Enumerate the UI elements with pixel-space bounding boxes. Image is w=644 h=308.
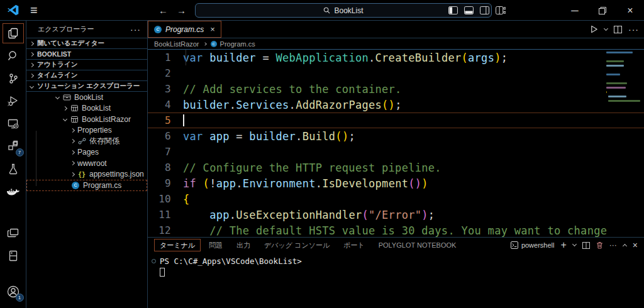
- customize-layout-icon[interactable]: [496, 6, 506, 14]
- accounts-icon[interactable]: 1: [3, 282, 24, 302]
- terminal-view[interactable]: PS C:\C#_Apps\VSCode\BookList>: [148, 253, 644, 308]
- terminal-dropdown-icon[interactable]: [572, 242, 577, 246]
- extensions-icon[interactable]: 7: [3, 136, 24, 157]
- nav-forward-icon[interactable]: →: [177, 5, 186, 16]
- sidebar-more-actions-icon[interactable]: ···: [130, 25, 141, 35]
- line-number[interactable]: 10: [148, 193, 183, 205]
- toggle-primary-sidebar-icon[interactable]: [448, 6, 458, 14]
- line-number[interactable]: 2: [148, 67, 183, 79]
- sidebar-section-2[interactable]: アウトライン: [26, 60, 147, 70]
- run-and-debug-icon[interactable]: [3, 91, 24, 111]
- tree-item-label: appsettings.json: [89, 170, 144, 179]
- minimap[interactable]: [606, 52, 641, 104]
- toggle-panel-icon[interactable]: [464, 6, 474, 14]
- code-line-4[interactable]: 4builder.Services.AddRazorPages();: [148, 97, 644, 113]
- tree-item-properties[interactable]: Properties: [26, 125, 147, 136]
- tree-item-booklist[interactable]: BookList: [26, 103, 147, 114]
- code-line-1[interactable]: 1var builder = WebApplication.CreateBuil…: [148, 50, 644, 65]
- tab-program-cs[interactable]: C Program.cs ×: [148, 21, 221, 38]
- code-line-5[interactable]: 5: [148, 113, 644, 128]
- tree-item-pages[interactable]: Pages: [26, 147, 147, 158]
- tree-item-label: BookList: [74, 93, 103, 102]
- run-button-icon[interactable]: [590, 25, 598, 33]
- tree-item--[interactable]: 依存関係: [26, 136, 147, 147]
- sidebar-section-1[interactable]: BOOKLIST: [26, 49, 147, 60]
- window-restore-button[interactable]: [589, 0, 616, 21]
- panel-tab-0[interactable]: ターミナル: [154, 239, 201, 251]
- line-number[interactable]: 6: [148, 130, 183, 142]
- line-number[interactable]: 9: [148, 177, 183, 189]
- minimap-line: [608, 100, 640, 102]
- panel-tab-3[interactable]: デバッグ コンソール: [258, 239, 335, 251]
- maximize-panel-icon[interactable]: [623, 244, 627, 248]
- line-number[interactable]: 3: [148, 83, 183, 95]
- command-center-search[interactable]: BookList: [195, 3, 492, 18]
- editor-more-actions-icon[interactable]: ···: [628, 25, 639, 35]
- close-panel-icon[interactable]: ×: [633, 240, 638, 250]
- panel-tab-5[interactable]: POLYGLOT NOTEBOOK: [373, 239, 462, 251]
- code-line-11[interactable]: 11 app.UseExceptionHandler("/Error");: [148, 207, 644, 223]
- run-dropdown-icon[interactable]: [604, 26, 608, 30]
- terminal-shell-chip[interactable]: powershell: [511, 241, 555, 249]
- code-line-6[interactable]: 6var app = builder.Build();: [148, 128, 644, 144]
- sidebar-section-0[interactable]: 開いているエディター: [26, 38, 147, 49]
- solution-icon: [62, 93, 71, 101]
- window-minimize-button[interactable]: ─: [561, 0, 589, 21]
- docker-icon[interactable]: [3, 182, 24, 202]
- sidebar-section-3[interactable]: タイムライン: [26, 70, 147, 81]
- minimap-line: [606, 52, 633, 53]
- breadcrumb-project[interactable]: BookListRazor: [154, 40, 199, 48]
- dependencies-icon: [77, 137, 86, 145]
- line-number[interactable]: 1: [148, 52, 183, 63]
- code-text: var builder = WebApplication.CreateBuild…: [183, 52, 508, 64]
- tree-item-booklist[interactable]: BookList: [26, 92, 147, 103]
- tree-item-label: BookListRazor: [82, 115, 131, 124]
- tab-close-icon[interactable]: ×: [210, 25, 215, 34]
- tree-item-booklistrazor[interactable]: BookListRazor: [26, 114, 147, 125]
- code-line-7[interactable]: 7: [148, 144, 644, 160]
- tree-item-program-cs[interactable]: CProgram.cs: [26, 180, 147, 191]
- split-terminal-icon[interactable]: [582, 242, 590, 249]
- panel-tab-4[interactable]: ポート: [338, 239, 370, 251]
- minimap-line: [606, 87, 626, 89]
- indent-guide: [186, 50, 186, 65]
- code-line-3[interactable]: 3// Add services to the container.: [148, 81, 644, 97]
- line-number[interactable]: 11: [148, 209, 183, 221]
- panel-more-actions-icon[interactable]: ···: [609, 241, 617, 250]
- line-number[interactable]: 12: [148, 224, 183, 236]
- code-line-8[interactable]: 8// Configure the HTTP request pipeline.: [148, 160, 644, 175]
- polyglot-notebook-icon[interactable]: [3, 246, 24, 266]
- toggle-secondary-sidebar-icon[interactable]: [480, 6, 489, 14]
- panel-tab-2[interactable]: 出力: [231, 239, 256, 251]
- line-number[interactable]: 8: [148, 162, 183, 173]
- search-view-icon[interactable]: [3, 46, 24, 66]
- menu-hamburger-icon[interactable]: ≡: [30, 4, 38, 16]
- panel-tab-1[interactable]: 問題: [203, 239, 228, 251]
- section-label: ソリューション エクスプローラー: [37, 82, 140, 91]
- line-number[interactable]: 5: [148, 114, 183, 126]
- live-preview-icon[interactable]: [3, 223, 24, 243]
- kill-terminal-trash-icon[interactable]: [596, 241, 603, 249]
- split-editor-icon[interactable]: [614, 26, 622, 33]
- project-icon: [70, 115, 79, 123]
- source-control-icon[interactable]: [3, 69, 24, 89]
- search-icon: [323, 7, 330, 14]
- code-line-10[interactable]: 10{: [148, 191, 644, 207]
- new-terminal-icon[interactable]: +: [560, 239, 566, 251]
- breadcrumb-file[interactable]: Program.cs: [220, 40, 255, 48]
- window-close-button[interactable]: ×: [616, 0, 644, 21]
- code-line-12[interactable]: 12 // The default HSTS value is 30 days.…: [148, 223, 644, 237]
- line-number[interactable]: 7: [148, 146, 183, 158]
- remote-explorer-icon[interactable]: [3, 114, 24, 134]
- testing-icon[interactable]: [3, 159, 24, 179]
- code-editor[interactable]: 1var builder = WebApplication.CreateBuil…: [148, 50, 644, 237]
- nav-back-icon[interactable]: ←: [158, 5, 168, 16]
- tree-item-label: wwwroot: [77, 159, 107, 168]
- sidebar-section-4[interactable]: ソリューション エクスプローラー: [26, 81, 147, 92]
- explorer-icon[interactable]: [3, 23, 24, 43]
- tree-item-appsettings-json[interactable]: {}appsettings.json: [26, 169, 147, 180]
- tree-item-wwwroot[interactable]: wwwroot: [26, 158, 147, 169]
- line-number[interactable]: 4: [148, 99, 183, 111]
- code-line-2[interactable]: 2: [148, 65, 644, 81]
- code-line-9[interactable]: 9if (!app.Environment.IsDevelopment()): [148, 175, 644, 191]
